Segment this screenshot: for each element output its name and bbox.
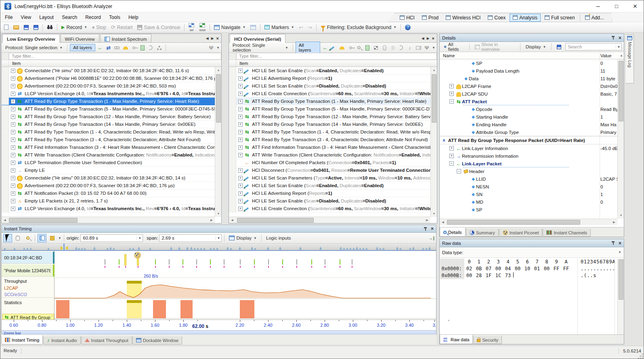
data-type-dropdown-icon[interactable]: ▼ [618,250,621,254]
pin-icon[interactable] [424,227,428,231]
list-item[interactable]: +HCI LE Set Scan Enable (Scan=Disabled, … [229,197,430,205]
list-item[interactable]: +⇆ATT Find Information Transaction (3 - … [2,144,215,151]
list-item[interactable]: +⇆ATT Write Transaction (Client Characte… [229,151,430,159]
list-item[interactable]: +⇆ATT Read By Type Transaction (1 - 4, C… [2,128,215,136]
piconet-ball-icon[interactable] [134,252,141,259]
expand-icon[interactable]: + [11,76,15,81]
hex-byte[interactable]: 04 [503,265,513,272]
expand-icon[interactable]: + [11,145,15,150]
lane-device-2[interactable]: "Polar Mobile 12345678" 6... [2,265,55,277]
toolbar-overflow-icon[interactable]: ▼ [216,46,220,50]
packet-tick[interactable] [183,259,183,265]
tab-instant-spectrum[interactable]: Instant Spectrum [100,34,151,42]
goto-marker-button[interactable] [48,234,57,242]
expand-icon[interactable]: + [11,84,15,88]
link-filter-button[interactable] [113,44,121,51]
close-icon[interactable]: × [619,35,621,41]
list-item[interactable]: +HCI LE Create Connection (ScanInterval=… [229,90,430,98]
toolbar-overflow-icon[interactable]: ▼ [432,46,435,50]
expand-icon[interactable]: + [11,130,15,134]
list-item[interactable]: +HCI LE Create Connection (ScanInterval=… [229,205,430,213]
list-item[interactable]: +Advertisement (00:22:D0:00:07:F3, Scann… [2,82,215,90]
expand-icon[interactable]: + [238,138,243,142]
hex-byte[interactable]: 28 [474,272,484,279]
resize-grip[interactable] [638,353,644,359]
logic-inputs-button[interactable]: Logic inputs [264,235,293,241]
stop-button[interactable]: ■Stop [90,24,108,31]
expand-icon[interactable]: − [449,99,454,104]
hid-filter-button[interactable] [381,44,388,51]
perspective-tab-analysis[interactable]: Analysis [510,14,541,22]
tab-instant-channels[interactable]: Instant Channels [543,229,591,237]
expand-icon[interactable]: + [449,84,454,88]
radio-capture-button[interactable]: Ψ [423,44,430,51]
timing-chart[interactable]: 260 B/s [2,251,436,319]
hex-row[interactable]: 0x0000:020B07000400100100FFFF........... [440,265,617,272]
details-row[interactable]: +L2CAP SDUBasic, 7 [440,90,617,98]
zoom-bar[interactable]: Zoom bar [2,330,436,334]
expand-icon[interactable]: + [238,84,243,88]
hci-type-filter-input[interactable]: Type filter... [236,53,437,60]
list-item[interactable]: +HCI Disconnect (Connection=0x0401, Reas… [229,167,430,174]
display-layout-button[interactable]: Display▼ [227,235,259,241]
expand-icon[interactable]: + [238,130,243,134]
hex-viewer[interactable]: 0123456789A0123456789A0x0000:020B0700040… [440,259,617,334]
open-file-button[interactable] [11,25,21,30]
previous-item-button[interactable]: ← [96,44,104,51]
expand-icon[interactable]: + [11,122,15,127]
details-row[interactable]: ◆Data11 byte [440,75,617,82]
hex-byte[interactable]: FF [552,265,561,272]
help-button[interactable]: ? [403,24,413,31]
details-row[interactable]: −⇆ATT Packet [440,98,617,105]
details-row[interactable]: ◆SP0 [440,59,617,67]
expand-icon[interactable]: + [238,153,243,157]
left-horizontal-scrollbar[interactable]: ◀ ▶ [2,217,215,223]
expand-icon[interactable]: + [449,154,454,158]
all-fields-button[interactable]: «All fields [442,41,466,52]
audio-stream-button[interactable]: ♪ [406,44,413,51]
hci-horizontal-scrollbar[interactable]: ◀ ▶ [229,217,430,223]
expand-icon[interactable]: + [11,207,15,211]
expand-icon[interactable]: + [11,168,15,173]
list-item[interactable]: +HCI LE Set Scan Enable (Scan=Disabled, … [229,82,430,90]
expand-icon[interactable]: + [11,92,15,96]
search-dropdown-icon[interactable]: ▼ [616,45,621,49]
list-item[interactable]: +⇆ATT Read By Group Type Transaction (1 … [229,98,430,105]
audio-listen-button[interactable] [398,44,405,51]
selection-marker[interactable] [124,254,126,265]
find-button[interactable] [45,24,55,30]
details-row[interactable]: +L2CAP FrameDst=0x0 [440,82,617,90]
expand-icon[interactable]: + [11,115,15,119]
menu-search[interactable]: Search [58,13,81,21]
select-tool-button[interactable] [3,234,12,242]
span-combobox[interactable]: 2.69 s▼ [159,234,222,242]
save-button[interactable] [22,24,31,31]
expand-icon[interactable]: + [11,184,15,188]
list-item[interactable]: +⇆ATT Read By Group Type Transaction (12… [229,113,430,121]
list-item[interactable]: +⇆ATT Read By Group Type Transaction (5 … [2,105,215,113]
copy-button[interactable] [555,44,563,50]
details-row[interactable]: +→Retransmission Information [440,152,617,160]
packet-tick[interactable] [196,259,197,265]
list-item[interactable]: +⇆ATT Read By Type Transaction (3 - 4, C… [229,136,430,144]
packet-tick[interactable] [352,259,352,265]
expand-icon[interactable]: + [238,168,243,173]
details-row[interactable]: ◆Starting Handle1 [440,113,617,121]
packet-tick[interactable] [210,259,211,265]
expand-icon[interactable]: − [457,169,461,173]
tab-details[interactable]: Details [440,228,466,237]
list-item[interactable]: +HCI LE Advertising Report (Reports=1) [229,75,430,82]
details-row[interactable]: ◆SN1 [440,190,617,198]
scroll-tabs-left-icon[interactable]: ◀ [206,36,209,40]
packet-tick[interactable] [240,259,241,265]
tab-security[interactable]: Security [473,336,502,344]
hex-byte[interactable]: 01 [532,265,542,272]
audio-listen-button[interactable] [147,44,155,51]
tab-hci-overview-serial[interactable]: HCI Overview (Serial) [230,34,285,43]
tab-instant-piconet[interactable]: Instant Piconet [499,229,543,237]
list-item[interactable]: +←HCI Number Of Completed Packets (Conne… [229,159,430,167]
pan-tool-button[interactable] [13,234,22,242]
list-item[interactable]: +⇆ATT Read By Group Type Transaction (12… [2,113,215,121]
close-icon[interactable]: × [619,240,621,246]
hex-byte[interactable]: 73 [503,272,513,279]
